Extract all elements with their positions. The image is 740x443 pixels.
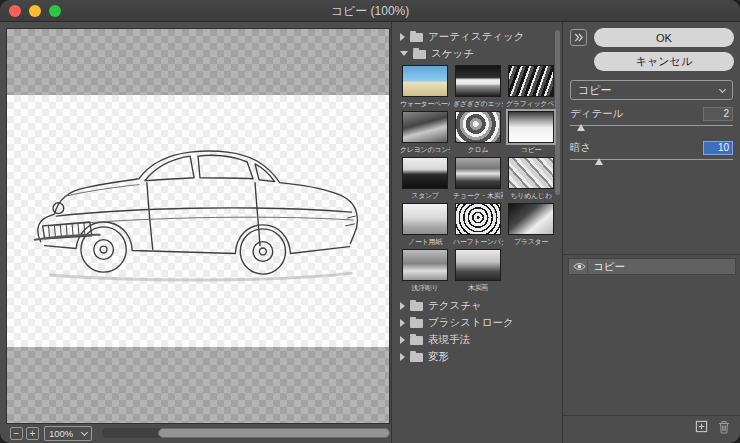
triangle-right-icon	[400, 319, 405, 327]
eye-icon	[573, 262, 586, 271]
filter-thumbnail-image	[455, 111, 501, 143]
slider-value-field[interactable]: 10	[703, 141, 733, 155]
filter-thumbnail[interactable]: グラフィックペン	[506, 65, 556, 108]
filter-thumbnail-image	[402, 65, 448, 97]
filter-thumbnail-image	[508, 65, 554, 97]
filter-category-label: アーティスティック	[428, 30, 524, 44]
filter-thumbnail-image	[508, 203, 554, 235]
filter-thumbnail[interactable]: クレヨンのコンテ画	[400, 111, 450, 154]
filter-category-label: スケッチ	[431, 47, 474, 61]
layers-footer	[563, 415, 740, 437]
filter-thumbnail[interactable]: 木炭画	[453, 249, 503, 292]
filter-thumbnail-image	[455, 249, 501, 281]
filter-thumbnail-image	[455, 65, 501, 97]
filter-thumbnail-grid: ウォーターペーパーぎざぎざのエッジグラフィックペンクレヨンのコンテ画クロムコピー…	[392, 62, 562, 297]
filter-thumbnail-label: グラフィックペン	[506, 99, 556, 108]
slider-label: 暗さ	[570, 141, 591, 155]
preview-area[interactable]	[6, 28, 390, 424]
zoom-level-select[interactable]: 100%	[44, 426, 92, 441]
folder-icon	[410, 33, 423, 42]
horizontal-scrollbar[interactable]	[102, 428, 390, 438]
filter-select-value: コピー	[578, 83, 612, 98]
slider-track[interactable]	[570, 123, 733, 134]
filter-thumbnail-label: ぎざぎざのエッジ	[453, 99, 503, 108]
filter-category-header[interactable]: スケッチ	[392, 45, 562, 62]
filter-thumbnail[interactable]: コピー	[506, 111, 556, 154]
folder-icon	[410, 353, 423, 362]
filter-category-header[interactable]: 表現手法	[392, 331, 562, 348]
new-layer-icon	[695, 420, 708, 433]
filter-category-label: 表現手法	[428, 333, 470, 347]
filter-category-header[interactable]: アーティスティック	[392, 28, 562, 45]
filter-thumbnail-image	[402, 249, 448, 281]
filter-list-panel: アーティスティックスケッチウォーターペーパーぎざぎざのエッジグラフィックペンクレ…	[391, 22, 563, 443]
slider-list: ディテール2暗さ10	[570, 106, 733, 174]
delete-effect-layer-button[interactable]	[718, 420, 730, 434]
car-sketch	[21, 101, 375, 341]
filter-thumbnail[interactable]: チョーク・木炭画	[453, 157, 503, 200]
triangle-right-icon	[400, 33, 405, 41]
filter-thumbnail-label: 浅浮彫り	[400, 283, 450, 292]
slider-thumb[interactable]	[577, 124, 585, 131]
folder-icon	[410, 302, 423, 311]
new-effect-layer-button[interactable]	[695, 420, 708, 433]
filter-thumbnail[interactable]: 浅浮彫り	[400, 249, 450, 292]
slider-row: 暗さ10	[570, 140, 733, 168]
filter-thumbnail[interactable]: ちりめんじわ	[506, 157, 556, 200]
filter-thumbnail-label: 木炭画	[453, 283, 503, 292]
filter-category-label: 変形	[428, 350, 449, 364]
slider-thumb[interactable]	[595, 158, 603, 165]
layers-separator	[563, 254, 740, 255]
filter-thumbnail-label: ウォーターペーパー	[400, 99, 450, 108]
filter-category-header[interactable]: テクスチャ	[392, 297, 562, 314]
slider-value-field[interactable]: 2	[703, 107, 733, 121]
horizontal-scrollbar-thumb[interactable]	[158, 428, 390, 438]
chevron-down-icon	[81, 429, 88, 436]
filter-select[interactable]: コピー	[570, 80, 733, 100]
vertical-scrollbar-thumb[interactable]	[555, 30, 560, 195]
toggle-thumbnails-button[interactable]	[570, 29, 587, 46]
slider-track[interactable]	[570, 157, 733, 168]
filter-thumbnail[interactable]: ハーフトーンパターン	[453, 203, 503, 246]
filter-thumbnail[interactable]: プラスター	[506, 203, 556, 246]
zoom-level-value: 100%	[49, 428, 73, 439]
filter-thumbnail-label: プラスター	[506, 237, 556, 246]
folder-icon	[413, 50, 426, 59]
cancel-button[interactable]: キャンセル	[594, 52, 734, 71]
filter-thumbnail[interactable]: スタンプ	[400, 157, 450, 200]
triangle-right-icon	[400, 353, 405, 361]
zoom-in-button[interactable]: +	[26, 427, 39, 440]
filter-thumbnail-label: クロム	[453, 145, 503, 154]
effect-layer-row[interactable]: コピー	[568, 258, 736, 275]
filter-thumbnail[interactable]: ぎざぎざのエッジ	[453, 65, 503, 108]
visibility-toggle[interactable]	[572, 260, 588, 273]
window-title: コピー (100%)	[0, 0, 740, 22]
filter-thumbnail-label: スタンプ	[400, 191, 450, 200]
filter-category-header[interactable]: ブラシストローク	[392, 314, 562, 331]
filter-thumbnail-image	[402, 157, 448, 189]
settings-panel: OK キャンセル コピー ディテール2暗さ10 コピー	[563, 22, 740, 443]
ok-button[interactable]: OK	[594, 28, 734, 47]
filter-thumbnail[interactable]: クロム	[453, 111, 503, 154]
filter-thumbnail-label: ちりめんじわ	[506, 191, 556, 200]
filter-thumbnail-image	[508, 157, 554, 189]
filter-category-label: テクスチャ	[428, 299, 482, 313]
double-chevron-icon	[573, 32, 584, 43]
zoom-out-button[interactable]: −	[10, 427, 23, 440]
filter-thumbnail-label: クレヨンのコンテ画	[400, 145, 450, 154]
chevron-down-icon	[719, 85, 726, 92]
filter-thumbnail-image	[455, 203, 501, 235]
filter-thumbnail[interactable]: ウォーターペーパー	[400, 65, 450, 108]
filter-section-list: アーティスティックスケッチウォーターペーパーぎざぎざのエッジグラフィックペンクレ…	[392, 28, 562, 365]
filter-category-header[interactable]: 変形	[392, 348, 562, 365]
preview-image	[7, 95, 389, 347]
folder-icon	[410, 319, 423, 328]
title-bar[interactable]: コピー (100%)	[0, 0, 740, 22]
filter-thumbnail-label: ノート用紙	[400, 237, 450, 246]
filter-thumbnail-image	[402, 111, 448, 143]
slider-label: ディテール	[570, 107, 623, 121]
triangle-down-icon	[400, 51, 408, 56]
trash-icon	[718, 420, 730, 434]
filter-thumbnail[interactable]: ノート用紙	[400, 203, 450, 246]
filter-thumbnail-image	[455, 157, 501, 189]
